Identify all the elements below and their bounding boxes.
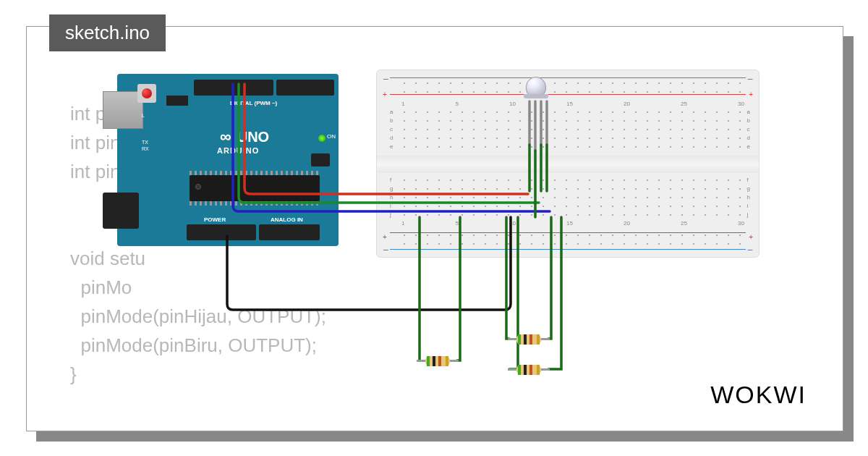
txrx-labels: TX RX — [142, 139, 149, 152]
plus-icon: + — [749, 233, 753, 241]
wokwi-logo: WOKWI — [710, 381, 807, 409]
breadboard-gap — [377, 156, 759, 173]
file-tab[interactable]: sketch.ino — [49, 14, 166, 51]
resistor-r1[interactable] — [418, 356, 457, 366]
plus-icon: + — [749, 90, 753, 98]
terminal-strip-top[interactable] — [399, 108, 744, 151]
barrel-jack — [103, 193, 139, 229]
digital-header-left[interactable] — [194, 80, 273, 96]
resistor-r3[interactable] — [509, 365, 548, 375]
board-model: UNO — [237, 129, 269, 145]
board-logo: ∞ UNO — [220, 127, 269, 146]
arduino-uno-board[interactable]: ∞ UNO ARDUINO ON L TX RX DIGITAL (PWM ~)… — [103, 74, 339, 246]
minus-icon: − — [383, 244, 388, 256]
column-numbers-bottom: 151015202530 — [401, 220, 744, 227]
breadboard[interactable]: 151015202530 151015202530 a b c d e a b … — [376, 69, 760, 258]
plus-icon: + — [383, 233, 387, 241]
icsp-header-small — [166, 96, 188, 106]
row-letters-top-right: a b c d e — [747, 108, 750, 151]
minus-icon: − — [747, 244, 753, 256]
analog-header[interactable] — [259, 224, 320, 240]
rail-holes-top[interactable] — [399, 79, 744, 96]
column-numbers-top: 151015202530 — [401, 101, 744, 107]
infinity-icon: ∞ — [220, 127, 231, 146]
row-letters-top-left: a b c d e — [390, 108, 393, 151]
resistor-r2[interactable] — [509, 334, 548, 345]
plus-icon: + — [383, 90, 387, 98]
terminal-strip-bottom[interactable] — [399, 176, 744, 219]
atmega-chip — [190, 175, 320, 201]
l-label: L — [142, 113, 145, 118]
power-header[interactable] — [187, 224, 256, 240]
minus-icon: − — [383, 73, 388, 85]
board-brand: ARDUINO — [217, 146, 259, 155]
digital-section-label: DIGITAL (PWM ~) — [230, 100, 277, 106]
icsp-header — [311, 153, 330, 166]
led-base — [524, 94, 548, 98]
power-led-icon — [318, 135, 326, 142]
row-letters-bot-right: f g h i j — [747, 176, 750, 219]
rgb-led[interactable] — [524, 77, 548, 106]
file-tab-label: sketch.ino — [65, 22, 150, 43]
reset-button[interactable] — [137, 84, 156, 103]
digital-header-right[interactable] — [276, 80, 334, 96]
analog-section-label: ANALOG IN — [271, 216, 303, 223]
on-label: ON — [327, 133, 336, 140]
power-section-label: POWER — [204, 216, 226, 223]
rail-holes-bottom[interactable] — [399, 231, 744, 248]
row-letters-bot-left: f g h i j — [390, 176, 393, 219]
minus-icon: − — [747, 73, 753, 85]
